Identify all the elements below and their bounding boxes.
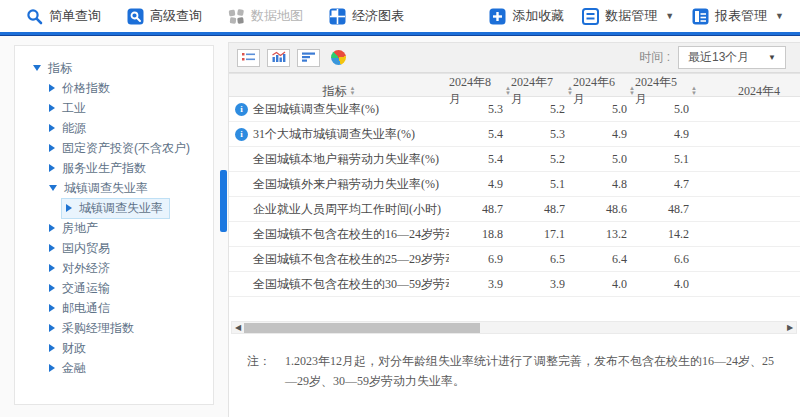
tree-item-inner: 财政 xyxy=(45,339,92,358)
table-row-4: 企业就业人员周平均工作时间(小时)48.748.748.648.74 xyxy=(229,197,800,222)
column-header-indicator[interactable]: 指标▲▼ xyxy=(229,83,449,100)
value-cell: 4.8 xyxy=(573,177,635,192)
tree-item-1[interactable]: 价格指数 xyxy=(29,78,207,98)
report-manage-menu[interactable]: 报表管理 ▼ xyxy=(692,7,784,25)
tree-item-label: 财政 xyxy=(62,340,86,357)
view-toolbar: 时间 : 最近13个月 ▼ xyxy=(229,43,800,73)
value-cell: 5.4 xyxy=(449,127,511,142)
expand-arrow-icon[interactable] xyxy=(49,124,55,132)
table-view-button[interactable] xyxy=(237,49,260,67)
value-cell: 5.0 xyxy=(573,152,635,167)
tree-item-12[interactable]: 邮电通信 xyxy=(29,298,207,318)
tree-item-7[interactable]: 城镇调查失业率 xyxy=(29,198,207,218)
data-manage-menu[interactable]: 数据管理 ▼ xyxy=(582,7,674,25)
hbar-chart-view-button[interactable] xyxy=(297,49,320,67)
collapse-arrow-icon[interactable] xyxy=(49,185,57,191)
value-cell: 5.0 xyxy=(635,102,697,117)
time-range-value: 最近13个月 xyxy=(688,49,749,66)
tree-item-2[interactable]: 工业 xyxy=(29,98,207,118)
info-icon[interactable]: i xyxy=(235,103,248,116)
sort-icon[interactable]: ▲▼ xyxy=(350,86,356,96)
indicator-name-cell: 全国城镇不包含在校生的30—59岁劳动力失业率(%) xyxy=(229,276,449,293)
tree-item-8[interactable]: 房地产 xyxy=(29,218,207,238)
indicator-name: 全国城镇不包含在校生的25—29岁劳动力失业率(%) xyxy=(253,251,449,268)
tree-item-10[interactable]: 对外经济 xyxy=(29,258,207,278)
value-cell: 48.7 xyxy=(449,202,511,217)
collapse-arrow-icon[interactable] xyxy=(33,65,41,71)
tree-item-label: 交通运输 xyxy=(62,280,110,297)
scroll-left-arrow-icon[interactable]: ◀ xyxy=(232,322,244,333)
horizontal-scrollbar[interactable]: ◀ ▶ xyxy=(231,321,797,334)
expand-arrow-icon[interactable] xyxy=(49,84,55,92)
expand-arrow-icon[interactable] xyxy=(49,364,55,372)
table-header-row: 指标▲▼2024年8月▲▼2024年7月▲▼2024年6月▲▼2024年5月▲▼… xyxy=(229,73,800,97)
data-panel: 时间 : 最近13个月 ▼ 指标▲▼2024年8月▲▼2024年7月▲▼2024… xyxy=(228,42,800,417)
column-header-label: 2024年4 xyxy=(738,83,780,100)
tree-item-11[interactable]: 交通运输 xyxy=(29,278,207,298)
chart-grid-icon xyxy=(329,8,346,25)
chevron-down-icon: ▼ xyxy=(768,54,776,62)
table-row-2: 全国城镇本地户籍劳动力失业率(%)5.45.25.05.1 xyxy=(229,147,800,172)
scroll-right-arrow-icon[interactable]: ▶ xyxy=(784,322,796,333)
tree-item-label: 固定资产投资(不含农户) xyxy=(62,140,190,157)
nav-economic-charts[interactable]: 经济图表 xyxy=(329,7,404,25)
tree-item-inner: 国内贸易 xyxy=(45,239,116,258)
indicator-name-cell: 全国城镇不包含在校生的25—29岁劳动力失业率(%) xyxy=(229,251,449,268)
pie-chart-view-button[interactable] xyxy=(327,49,350,67)
top-toolbar: 简单查询 高级查询 数据地图 经济图表 添加收藏 数据管理 ▼ xyxy=(0,0,800,32)
expand-arrow-icon[interactable] xyxy=(49,244,55,252)
tree-item-label: 房地产 xyxy=(62,220,98,237)
report-table-icon xyxy=(692,8,709,25)
nav-advanced-query[interactable]: 高级查询 xyxy=(127,7,202,25)
add-favorite-label: 添加收藏 xyxy=(512,7,564,25)
nav-data-map[interactable]: 数据地图 xyxy=(228,7,303,25)
search-icon xyxy=(26,8,43,25)
tree-item-inner: 服务业生产指数 xyxy=(45,159,152,178)
add-favorite-button[interactable]: 添加收藏 xyxy=(489,7,564,25)
indicator-tree: 指标价格指数工业能源固定资产投资(不含农户)服务业生产指数城镇调查失业率城镇调查… xyxy=(29,58,207,378)
nav-simple-query[interactable]: 简单查询 xyxy=(26,7,101,25)
indicator-name: 全国城镇不包含在校生的30—59岁劳动力失业率(%) xyxy=(253,276,449,293)
value-cell: 17.1 xyxy=(511,227,573,242)
expand-arrow-icon[interactable] xyxy=(49,224,55,232)
value-cell: 5.2 xyxy=(511,102,573,117)
expand-arrow-icon[interactable] xyxy=(49,264,55,272)
pie-chart-icon xyxy=(331,50,346,65)
tree-item-6[interactable]: 城镇调查失业率 xyxy=(29,178,207,198)
tree-item-inner: 固定资产投资(不含农户) xyxy=(45,139,196,158)
info-icon[interactable]: i xyxy=(235,128,248,141)
table-row-6: 全国城镇不包含在校生的25—29岁劳动力失业率(%)6.96.56.46.6 xyxy=(229,247,800,272)
expand-arrow-icon[interactable] xyxy=(49,284,55,292)
tree-item-15[interactable]: 金融 xyxy=(29,358,207,378)
value-cell: 3.9 xyxy=(449,277,511,292)
expand-arrow-icon[interactable] xyxy=(49,144,55,152)
tree-item-inner: 价格指数 xyxy=(45,79,116,98)
column-header-4[interactable]: 2024年4 xyxy=(697,83,800,100)
bar-chart-view-button[interactable] xyxy=(267,49,290,67)
value-cell: 5.2 xyxy=(511,152,573,167)
report-manage-label: 报表管理 xyxy=(715,7,767,25)
tree-item-inner: 城镇调查失业率 xyxy=(45,179,154,198)
expand-arrow-icon[interactable] xyxy=(49,324,55,332)
tree-item-3[interactable]: 能源 xyxy=(29,118,207,138)
tree-item-14[interactable]: 财政 xyxy=(29,338,207,358)
panel-splitter-handle[interactable] xyxy=(220,170,227,232)
expand-arrow-icon[interactable] xyxy=(49,344,55,352)
tree-item-5[interactable]: 服务业生产指数 xyxy=(29,158,207,178)
time-range-select[interactable]: 最近13个月 ▼ xyxy=(678,46,786,69)
search-boxed-icon xyxy=(127,8,144,25)
tree-item-9[interactable]: 国内贸易 xyxy=(29,238,207,258)
table-row-0: i全国城镇调查失业率(%)5.35.25.05.0 xyxy=(229,97,800,122)
scrollbar-thumb[interactable] xyxy=(244,323,480,333)
tree-item-0[interactable]: 指标 xyxy=(29,58,207,78)
expand-arrow-icon[interactable] xyxy=(66,204,72,212)
tree-item-label: 对外经济 xyxy=(62,260,110,277)
expand-arrow-icon[interactable] xyxy=(49,304,55,312)
expand-arrow-icon[interactable] xyxy=(49,164,55,172)
footnote-label: 注： xyxy=(247,351,271,391)
expand-arrow-icon[interactable] xyxy=(49,104,55,112)
list-view-icon xyxy=(241,49,257,67)
tree-item-4[interactable]: 固定资产投资(不含农户) xyxy=(29,138,207,158)
tree-item-13[interactable]: 采购经理指数 xyxy=(29,318,207,338)
value-cell: 6.9 xyxy=(449,252,511,267)
